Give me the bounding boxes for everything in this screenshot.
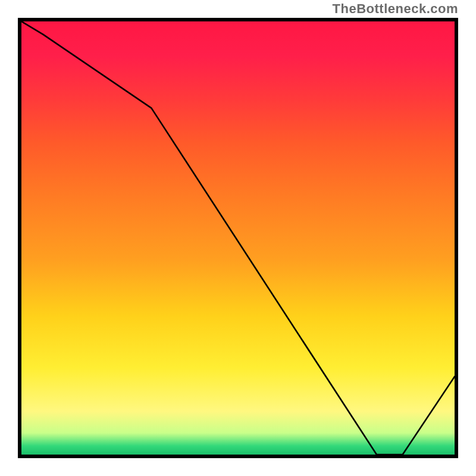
attribution-text: TheBottleneck.com bbox=[333, 1, 458, 17]
plot-frame bbox=[18, 18, 458, 458]
chart-root: TheBottleneck.com bbox=[0, 0, 476, 476]
curve-layer bbox=[21, 21, 455, 455]
data-curve bbox=[21, 21, 455, 455]
